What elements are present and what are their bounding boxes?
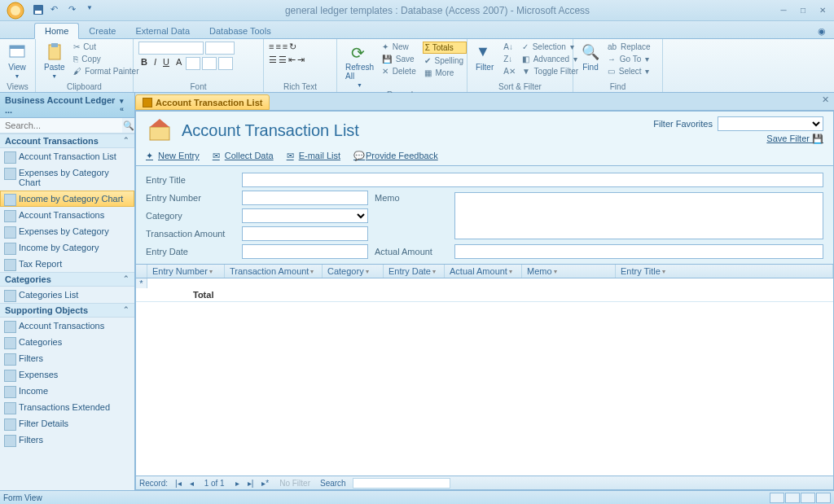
- save-record-button[interactable]: 💾 Save: [380, 54, 419, 64]
- nav-title[interactable]: Business Account Ledger ...▾ «: [0, 93, 134, 118]
- close-button[interactable]: ✕: [814, 5, 831, 16]
- fill-color-icon[interactable]: [186, 57, 200, 70]
- col-category[interactable]: Category▾: [323, 265, 384, 278]
- copy-button[interactable]: ⎘ Copy: [72, 54, 143, 64]
- align-left-icon[interactable]: ≡: [269, 42, 274, 52]
- nav-item-so-filter-details[interactable]: Filter Details: [0, 415, 134, 432]
- tab-external-data[interactable]: External Data: [125, 24, 200, 38]
- grid-body[interactable]: * Total: [136, 278, 833, 476]
- actual-amount-field[interactable]: [454, 244, 823, 259]
- office-button[interactable]: [2, 1, 29, 20]
- minimize-button[interactable]: ─: [775, 5, 792, 16]
- nav-item-expenses-by-category[interactable]: Expenses by Category: [0, 223, 134, 239]
- advanced-button[interactable]: ◧ Advanced ▾: [520, 54, 582, 64]
- col-memo[interactable]: Memo▾: [522, 265, 616, 278]
- sort-desc-icon[interactable]: Z↓: [502, 54, 517, 64]
- nav-item-categories-list[interactable]: Categories List: [0, 287, 134, 303]
- nav-item-so-filters-2[interactable]: Filters: [0, 432, 134, 448]
- replace-button[interactable]: ab Replace: [606, 42, 654, 52]
- document-close-button[interactable]: ✕: [817, 93, 834, 110]
- align-center-icon[interactable]: ≡: [275, 42, 280, 52]
- nav-search-input[interactable]: [0, 118, 122, 133]
- new-record-button[interactable]: ✦ New: [380, 42, 419, 52]
- outdent-icon[interactable]: ⇤: [288, 55, 296, 65]
- chevron-down-icon[interactable]: ▾ «: [120, 97, 129, 113]
- select-button[interactable]: ▭ Select ▾: [606, 66, 654, 77]
- tab-home[interactable]: Home: [34, 23, 79, 39]
- search-icon[interactable]: 🔍: [122, 118, 134, 133]
- nav-item-account-transaction-list[interactable]: Account Transaction List: [0, 148, 134, 164]
- underline-button[interactable]: U: [160, 57, 172, 70]
- nav-new-icon[interactable]: ▸*: [259, 479, 271, 488]
- view-button[interactable]: View▼: [5, 42, 29, 81]
- category-select[interactable]: [242, 208, 368, 223]
- paste-button[interactable]: Paste▼: [41, 42, 68, 81]
- filter-favorites-select[interactable]: [718, 116, 823, 131]
- entry-date-field[interactable]: [242, 244, 368, 259]
- nav-category-categories[interactable]: Categories⌃: [0, 272, 134, 287]
- gridlines-icon[interactable]: [202, 57, 217, 70]
- email-list-link[interactable]: ✉E-mail List: [287, 151, 340, 160]
- nav-next-icon[interactable]: ▸: [233, 479, 242, 488]
- nav-item-so-filters[interactable]: Filters: [0, 350, 134, 366]
- filter-button[interactable]: ▼Filter: [472, 42, 497, 73]
- view-form-icon[interactable]: [770, 493, 784, 503]
- alt-row-icon[interactable]: [218, 57, 233, 70]
- goto-button[interactable]: → Go To ▾: [606, 54, 654, 64]
- maximize-button[interactable]: □: [795, 5, 811, 16]
- nav-item-account-transactions[interactable]: Account Transactions: [0, 207, 134, 223]
- nav-item-income-by-category[interactable]: Income by Category: [0, 239, 134, 256]
- nav-item-income-by-category-chart[interactable]: Income by Category Chart: [0, 191, 134, 207]
- qat-redo-icon[interactable]: ↷: [68, 4, 81, 17]
- selection-button[interactable]: ✓ Selection ▾: [520, 42, 582, 52]
- record-search-input[interactable]: [353, 478, 450, 489]
- italic-button[interactable]: I: [151, 57, 159, 70]
- help-icon[interactable]: ◉: [813, 24, 831, 38]
- font-family-box[interactable]: [138, 42, 235, 55]
- col-entry-title[interactable]: Entry Title▾: [616, 265, 833, 278]
- refresh-all-button[interactable]: ⟳Refresh All▼: [342, 42, 377, 90]
- indent-icon[interactable]: ⇥: [297, 55, 305, 65]
- qat-undo-icon[interactable]: ↶: [50, 4, 64, 17]
- nav-item-expenses-by-category-chart[interactable]: Expenses by Category Chart: [0, 164, 134, 191]
- view-layout-icon[interactable]: [801, 493, 815, 503]
- clear-sort-icon[interactable]: A✕: [502, 66, 517, 77]
- spelling-button[interactable]: ✔ Spelling: [423, 55, 467, 66]
- align-right-icon[interactable]: ≡: [283, 42, 288, 52]
- cut-button[interactable]: ✂ Cut: [72, 42, 143, 52]
- totals-button[interactable]: Σ Totals: [423, 42, 467, 54]
- tab-create[interactable]: Create: [79, 24, 125, 38]
- document-tab[interactable]: Account Transaction List: [135, 94, 270, 110]
- sort-asc-icon[interactable]: A↓: [502, 42, 517, 52]
- nav-category-account-transactions[interactable]: Account Transactions⌃: [0, 134, 134, 148]
- format-painter-button[interactable]: 🖌 Format Painter: [72, 66, 143, 77]
- nav-prev-icon[interactable]: ◂: [187, 479, 196, 488]
- view-datasheet-icon[interactable]: [785, 493, 800, 503]
- more-button[interactable]: ▦ More: [423, 68, 467, 78]
- toggle-filter-button[interactable]: ▼ Toggle Filter: [520, 66, 582, 77]
- list-icon[interactable]: ☰: [269, 55, 277, 65]
- nav-last-icon[interactable]: ▸|: [245, 479, 257, 488]
- tab-database-tools[interactable]: Database Tools: [200, 24, 281, 38]
- col-transaction-amount[interactable]: Transaction Amount▾: [225, 265, 323, 278]
- nav-item-so-categories[interactable]: Categories: [0, 334, 134, 350]
- refresh-icon[interactable]: ↻: [289, 42, 296, 52]
- qat-save-icon[interactable]: [33, 4, 46, 17]
- qat-dropdown-icon[interactable]: ▼: [86, 4, 99, 17]
- font-color-icon[interactable]: A: [173, 57, 184, 70]
- view-design-icon[interactable]: [816, 493, 831, 503]
- memo-field[interactable]: [454, 192, 823, 239]
- feedback-link[interactable]: 💬Provide Feedback: [353, 151, 438, 160]
- col-actual-amount[interactable]: Actual Amount▾: [445, 265, 522, 278]
- transaction-amount-field[interactable]: [242, 226, 368, 241]
- find-button[interactable]: 🔍Find: [578, 42, 603, 73]
- save-filter-link[interactable]: Save Filter 💾: [766, 134, 823, 144]
- nav-item-tax-report[interactable]: Tax Report: [0, 256, 134, 272]
- col-entry-date[interactable]: Entry Date▾: [384, 265, 445, 278]
- bold-button[interactable]: B: [138, 57, 150, 70]
- collect-data-link[interactable]: ✉Collect Data: [213, 151, 274, 160]
- new-row-icon[interactable]: *: [136, 278, 147, 288]
- nav-item-so-transactions-extended[interactable]: Transactions Extended: [0, 399, 134, 415]
- entry-title-field[interactable]: [242, 173, 823, 187]
- nav-first-icon[interactable]: |◂: [173, 479, 184, 488]
